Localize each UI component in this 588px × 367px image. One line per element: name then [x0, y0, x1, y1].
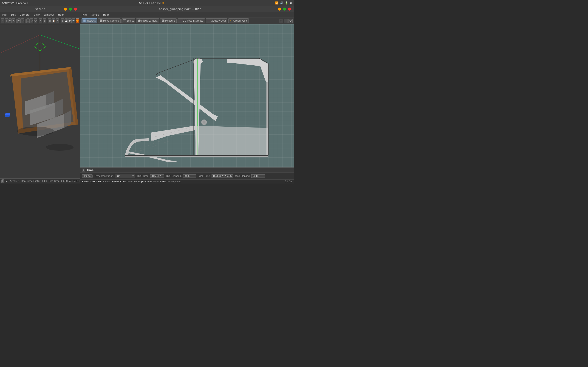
recording-indicator — [162, 2, 164, 4]
interact-tool-button[interactable]: ◈ Interact — [82, 18, 97, 23]
rviz-maximize-button[interactable] — [283, 8, 286, 10]
hint-right-click: Right-Click: — [138, 181, 152, 183]
gazebo-minimize-button[interactable] — [64, 8, 67, 10]
gazebo-pause-button[interactable] — [1, 179, 4, 183]
ros-elapsed-value: 60.80 — [183, 174, 196, 178]
gazebo-window-buttons — [64, 8, 78, 10]
svg-marker-28 — [125, 156, 268, 157]
battery-icon[interactable]: 🔋 — [285, 1, 288, 5]
wall-time-field: Wall Time: 169600752 9.96 — [199, 174, 233, 178]
gazebo-menu-edit[interactable]: Edit — [10, 13, 16, 17]
gazebo-menu-window[interactable]: Window — [43, 13, 55, 17]
nav-goal-tool-button[interactable]: ⟶ 2D Nav Goal — [206, 18, 227, 23]
tb-rotate-btn[interactable]: ↻ — [9, 18, 12, 23]
gazebo-close-button[interactable] — [74, 8, 77, 10]
rviz-main-viewport[interactable] — [80, 24, 294, 167]
gazebo-titlebar: Gazebo — [0, 6, 80, 12]
system-bar-left: Activities Gazebo ▾ — [2, 1, 28, 5]
tb-select-btn[interactable]: ↖ — [1, 18, 4, 23]
wall-time-label: Wall Time: — [199, 175, 211, 177]
sound-icon[interactable]: 🔊 — [280, 1, 284, 5]
tb-light-btn[interactable]: ☀ — [39, 18, 42, 23]
steps-label: Steps: 1 — [10, 180, 19, 182]
tb-sep4 — [47, 19, 47, 23]
tb-box-btn[interactable]: ▢ — [26, 18, 30, 23]
time-panel-header: ▼ Time — [80, 168, 294, 173]
rviz-menu-panels[interactable]: Panels — [90, 13, 100, 17]
scene-svg — [0, 24, 80, 178]
wall-elapsed-label: Wall Elapsed: — [235, 175, 251, 177]
tb-scale-btn[interactable]: ⤡ — [12, 18, 15, 23]
ros-elapsed-label: ROS Elapsed: — [166, 175, 182, 177]
sim-time-label: Sim Time: 00:00:52:45.813 — [49, 180, 80, 182]
tb-record-btn[interactable]: ⏺ — [68, 18, 71, 23]
time-expand-button[interactable]: ▼ — [82, 169, 85, 172]
rviz-hint-bar: Reset Left-Click: Rotate. Middle-Click: … — [80, 179, 294, 184]
ros-time-value: 3165.82 — [150, 174, 164, 178]
nav-goal-label: 2D Nav Goal — [211, 19, 226, 22]
network-icon[interactable]: 📶 — [275, 1, 279, 5]
gazebo-maximize-button[interactable] — [69, 8, 72, 10]
tb-save-btn[interactable]: 💾 — [65, 18, 68, 23]
svg-rect-16 — [5, 113, 10, 115]
time-fields: Pause Synchronization: Off Approximate E… — [80, 173, 294, 179]
activities-label[interactable]: Activities — [2, 1, 15, 5]
publish-point-tool-button[interactable]: ✦ Publish Point — [228, 18, 249, 23]
ros-time-field: ROS Time: 3165.82 — [137, 174, 164, 178]
gazebo-menu-camera[interactable]: Camera — [19, 13, 31, 17]
sync-select[interactable]: Off Approximate Exact — [115, 174, 135, 178]
gazebo-menubar: File Edit Camera View Window Help — [0, 12, 80, 17]
gazebo-menu-file[interactable]: File — [1, 13, 7, 17]
pose-estimate-tool-button[interactable]: ⟶ 2D Pose Estimate — [178, 18, 205, 23]
ros-elapsed-field: ROS Elapsed: 60.80 — [166, 174, 196, 178]
select-tool-button[interactable]: ▢ Select — [121, 18, 135, 23]
tb-cylinder-btn[interactable]: ⬠ — [34, 18, 37, 23]
gazebo-window: Gazebo File Edit Camera View Window Help… — [0, 6, 80, 184]
publish-point-label: Publish Point — [233, 19, 247, 22]
sync-field: Synchronization: Off Approximate Exact — [95, 174, 135, 178]
hint-right-click-action: Zoom. — [153, 181, 159, 183]
hint-shift-action: More options. — [167, 181, 182, 183]
tb-copy-btn[interactable]: ⧉ — [48, 18, 51, 23]
datetime-display: Sep 29 10:42 PM — [139, 2, 161, 5]
focus-icon: ◎ — [138, 19, 141, 22]
gazebo-3d-viewport[interactable]: ▶ — [0, 24, 80, 178]
tb-screenshot-btn[interactable]: 📷 — [72, 18, 75, 23]
zoom-out-button[interactable]: − — [284, 19, 288, 23]
svg-rect-15 — [5, 115, 10, 117]
tb-undo-btn[interactable]: ↩ — [17, 18, 21, 23]
measure-tool-button[interactable]: ⊞ Measure — [160, 18, 177, 23]
move-camera-tool-button[interactable]: ⊕ Move Camera — [98, 18, 121, 23]
time-pause-button[interactable]: Pause — [82, 174, 93, 178]
tb-delete-btn[interactable]: ✕ — [56, 18, 59, 23]
gazebo-app-label[interactable]: Gazebo ▾ — [16, 2, 28, 5]
hint-reset: Reset — [82, 181, 89, 183]
rviz-close-button[interactable] — [288, 8, 291, 10]
settings-icon[interactable]: ⚙ — [290, 1, 292, 5]
gazebo-menu-help[interactable]: Help — [57, 13, 65, 17]
rviz-menu-file[interactable]: File — [82, 13, 87, 17]
gazebo-menu-view[interactable]: View — [33, 13, 41, 17]
focus-camera-tool-button[interactable]: ◎ Focus Camera — [136, 18, 159, 23]
gazebo-title: Gazebo — [35, 8, 45, 11]
tb-extra-btn[interactable]: ⊞ — [61, 18, 64, 23]
hint-left-click: Left-Click: — [90, 181, 103, 183]
step-forward-button[interactable]: ▶| — [6, 180, 8, 182]
zoom-in-button[interactable]: + — [279, 19, 283, 23]
svg-point-26 — [46, 144, 73, 151]
pose-estimate-icon: ⟶ — [179, 19, 182, 22]
rviz-menu-help[interactable]: Help — [102, 13, 110, 17]
tb-redo-btn[interactable]: ↪ — [21, 18, 24, 23]
tb-paste-btn[interactable]: 📋 — [52, 18, 55, 23]
tb-sep2 — [25, 19, 26, 23]
tb-sphere-btn[interactable]: ○ — [30, 18, 33, 23]
tb-orange-btn[interactable]: 🔶 — [76, 18, 79, 23]
tb-grid-btn[interactable]: ⊞ — [43, 18, 46, 23]
tb-translate-btn[interactable]: ✛ — [5, 18, 8, 23]
hint-middle-click: Middle-Click: — [112, 181, 127, 183]
focus-camera-label: Focus Camera — [141, 19, 157, 22]
svg-point-38 — [203, 121, 205, 124]
hint-shift: Shift: — [160, 181, 166, 183]
rviz-settings-button[interactable]: ⚙ — [288, 19, 293, 23]
rviz-minimize-button[interactable] — [278, 8, 281, 10]
